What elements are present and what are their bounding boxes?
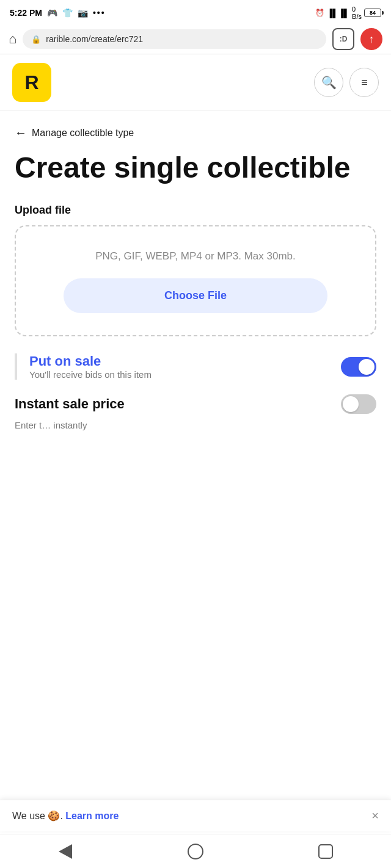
data-speed: 0B/s <box>352 5 362 20</box>
battery-icon: 84 <box>364 9 381 17</box>
address-bar[interactable]: 🔒 rarible.com/create/erc721 <box>23 29 326 49</box>
home-button[interactable]: ⌂ <box>9 31 16 47</box>
put-on-sale-row: Put on sale You'll receive bids on this … <box>29 353 376 380</box>
notification-button[interactable]: ↑ <box>360 28 382 50</box>
sale-accent-container: Put on sale You'll receive bids on this … <box>15 353 376 380</box>
instant-input-hint: Enter t… instantly <box>15 419 286 432</box>
home-circle-icon <box>188 844 203 859</box>
put-on-sale-section: Put on sale You'll receive bids on this … <box>0 353 391 380</box>
alarm-icon: ⏰ <box>315 9 324 17</box>
instant-toggle-knob <box>343 396 359 412</box>
signal-icon: ▐▌▐▌ <box>327 9 349 18</box>
menu-button[interactable]: ≡ <box>349 68 379 97</box>
back-navigation[interactable]: ← Manage collectible type <box>15 126 376 140</box>
put-on-sale-subtitle: You'll receive bids on this item <box>29 369 152 380</box>
learn-more-link[interactable]: Learn more <box>65 811 119 821</box>
page-title: Create single collectible <box>15 152 376 184</box>
status-time: 5:22 PM 🎮 👕 📷 ••• <box>10 8 106 18</box>
status-bar: 5:22 PM 🎮 👕 📷 ••• ⏰ ▐▌▐▌ 0B/s 84 <box>0 0 391 24</box>
nav-recent-button[interactable] <box>313 839 338 864</box>
browser-chrome: ⌂ 🔒 rarible.com/create/erc721 :D ↑ <box>0 24 391 54</box>
instant-sale-toggle[interactable] <box>341 394 376 414</box>
hamburger-icon: ≡ <box>361 77 367 88</box>
upload-dropzone[interactable]: PNG, GIF, WEBP, MP4 or MP3. Max 30mb. Ch… <box>15 225 376 337</box>
upload-label: Upload file <box>15 204 376 217</box>
status-indicators: ⏰ ▐▌▐▌ 0B/s 84 <box>315 5 381 20</box>
cookie-text: We use 🍪. Learn more <box>12 810 119 822</box>
instagram-icon: 📷 <box>78 8 88 18</box>
upload-formats-text: PNG, GIF, WEBP, MP4 or MP3. Max 30mb. <box>95 248 296 264</box>
cookie-banner: We use 🍪. Learn more × <box>0 800 391 831</box>
dots-icon: ••• <box>93 8 106 18</box>
arrow-up-icon: ↑ <box>369 33 375 46</box>
bottom-nav-bar <box>0 834 391 868</box>
back-arrow-icon: ← <box>15 126 27 140</box>
tab-switcher-button[interactable]: :D <box>332 28 354 50</box>
instant-sale-section: Instant sale price Enter t… instantly <box>0 394 391 505</box>
upload-section: Upload file PNG, GIF, WEBP, MP4 or MP3. … <box>15 204 376 337</box>
gamepad-icon: 🎮 <box>47 8 57 18</box>
instant-sale-row: Instant sale price <box>15 394 376 414</box>
choose-file-button[interactable]: Choose File <box>64 278 327 313</box>
nav-back-button[interactable] <box>53 839 78 864</box>
lock-icon: 🔒 <box>31 35 41 44</box>
put-on-sale-labels: Put on sale You'll receive bids on this … <box>29 353 152 380</box>
back-nav-label: Manage collectible type <box>32 128 134 139</box>
site-header: R 🔍 ≡ <box>0 54 391 111</box>
search-icon: 🔍 <box>321 75 337 90</box>
url-text: rarible.com/create/erc721 <box>46 34 143 44</box>
recent-square-icon <box>318 844 333 859</box>
page-content: ← Manage collectible type Create single … <box>0 111 391 336</box>
shirt-icon: 👕 <box>62 8 73 18</box>
time-display: 5:22 PM <box>10 8 42 18</box>
rarible-logo[interactable]: R <box>12 63 51 102</box>
nav-home-button[interactable] <box>183 839 208 864</box>
cookie-close-button[interactable]: × <box>371 809 379 823</box>
put-on-sale-toggle[interactable] <box>341 357 376 377</box>
back-nav-icon <box>59 844 72 859</box>
put-on-sale-title: Put on sale <box>29 353 152 369</box>
search-button[interactable]: 🔍 <box>314 68 343 97</box>
header-actions: 🔍 ≡ <box>314 68 379 97</box>
toggle-knob <box>359 359 375 375</box>
instant-sale-title: Instant sale price <box>15 396 125 412</box>
